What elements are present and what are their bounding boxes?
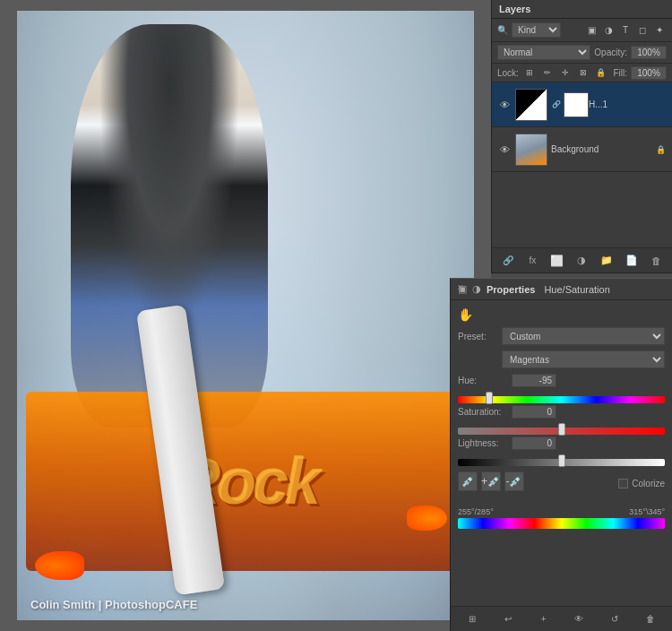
preset-label: Preset: xyxy=(458,332,498,341)
lightness-label: Lightness: xyxy=(458,438,512,448)
layers-filter-icons: ▣ ◑ T ◻ ✦ xyxy=(564,23,667,38)
hue-input[interactable] xyxy=(512,374,556,387)
colorize-label: Colorize xyxy=(632,479,665,488)
canvas-image: Rock Colin Smith | PhotoshopCAFE xyxy=(17,11,474,620)
spectrum-bar xyxy=(458,518,665,529)
fill-input[interactable] xyxy=(631,66,667,80)
lock-label: Lock: xyxy=(497,68,519,78)
spectrum-bar-container[interactable] xyxy=(458,518,665,536)
properties-footer: ⊞ ↩ + 👁 ↺ 🗑 xyxy=(451,606,672,631)
eyedropper-button[interactable]: 💉 xyxy=(458,471,478,491)
layers-panel-header: Layers xyxy=(492,0,672,19)
preset-select[interactable]: Custom xyxy=(502,327,665,345)
goldfish-1 xyxy=(35,551,84,580)
layer-link-icon-1[interactable]: 🔗 xyxy=(551,100,562,108)
colorize-row: Colorize xyxy=(618,479,665,488)
opacity-input[interactable] xyxy=(631,46,667,59)
hand-tool-icon[interactable]: ✋ xyxy=(458,307,473,322)
layer-thumb-container-1 xyxy=(515,89,547,121)
spectrum-right-label: 315°\345° xyxy=(629,507,665,516)
layer-thumb-2 xyxy=(515,134,547,166)
layer-effects-icon[interactable]: fx xyxy=(523,252,541,270)
saturation-row: Saturation: xyxy=(458,405,665,419)
channel-row: Magentas xyxy=(458,350,665,368)
text-filter-icon[interactable]: T xyxy=(618,23,633,38)
adjustment-filter-icon[interactable]: ◑ xyxy=(601,23,616,38)
eyedropper-tools-row: 💉 +💉 -💉 xyxy=(458,471,524,491)
layers-footer: 🔗 fx ⬜ ◑ 📁 📄 🗑 xyxy=(492,247,672,272)
lock-all-icon[interactable]: 🔒 xyxy=(594,65,608,80)
layer-lock-icon-2: 🔒 xyxy=(656,145,667,154)
rock-text-block: Rock xyxy=(26,392,465,571)
layer-name-2: Background xyxy=(551,144,656,154)
prev-frame-icon[interactable]: ↩ xyxy=(499,610,517,628)
first-frame-icon[interactable]: ⊞ xyxy=(463,610,481,628)
lightness-slider-container[interactable] xyxy=(458,455,665,466)
new-snapshot-icon[interactable]: + xyxy=(535,610,553,628)
shape-filter-icon[interactable]: ◻ xyxy=(635,23,650,38)
lock-pixels-icon[interactable]: ✏ xyxy=(540,65,555,80)
colorize-checkbox[interactable] xyxy=(618,479,628,488)
saturation-input[interactable] xyxy=(512,405,556,419)
layers-panel: Layers 🔍 Kind ▣ ◑ T ◻ ✦ Normal Opacity: … xyxy=(491,0,672,273)
visibility-toggle-icon[interactable]: 👁 xyxy=(570,610,588,628)
layer-item-background[interactable]: 👁 Background 🔒 xyxy=(492,127,672,172)
spectrum-left-label: 255°/285° xyxy=(458,507,494,516)
add-mask-icon[interactable]: ⬜ xyxy=(548,252,566,270)
properties-panel: ✕ ▣ ◑ Properties Hue/Saturation ✋ Preset… xyxy=(450,278,672,631)
new-layer-icon[interactable]: 📄 xyxy=(623,252,641,270)
channel-select[interactable]: Magentas xyxy=(502,350,665,368)
blend-mode-select[interactable]: Normal xyxy=(497,45,590,60)
lock-transparent-icon[interactable]: ⊞ xyxy=(522,65,537,80)
hue-slider-container[interactable] xyxy=(458,393,665,403)
lock-position-icon[interactable]: ✛ xyxy=(558,65,573,80)
blend-mode-row: Normal Opacity: xyxy=(492,42,672,64)
spectrum-range-labels: 255°/285° 315°\345° xyxy=(458,507,665,516)
layer-thumb-1 xyxy=(515,89,547,121)
pixel-filter-icon[interactable]: ▣ xyxy=(584,23,599,38)
new-group-icon[interactable]: 📁 xyxy=(598,252,616,270)
properties-panel-header: ▣ ◑ Properties Hue/Saturation xyxy=(451,279,672,300)
opacity-label: Opacity: xyxy=(594,48,627,57)
link-layers-icon[interactable]: 🔗 xyxy=(499,252,517,270)
lightness-row: Lightness: xyxy=(458,437,665,450)
layer-thumb-container-2 xyxy=(515,134,547,166)
canvas-area: Rock Colin Smith | PhotoshopCAFE xyxy=(0,0,491,631)
delete-layer-icon[interactable]: 🗑 xyxy=(647,252,665,270)
delete-adjustment-icon[interactable]: 🗑 xyxy=(642,610,659,628)
eyedropper-add-button[interactable]: +💉 xyxy=(481,471,501,491)
smart-filter-icon[interactable]: ✦ xyxy=(652,23,667,38)
saturation-label: Saturation: xyxy=(458,407,512,417)
reset-icon[interactable]: ↺ xyxy=(606,610,624,628)
layer-name-1: H...1 xyxy=(589,99,667,109)
watermark-text: Colin Smith | PhotoshopCAFE xyxy=(30,598,197,611)
lightness-input[interactable] xyxy=(512,437,556,450)
layers-kind-select[interactable]: Kind xyxy=(512,22,561,38)
lock-icons-group: ⊞ ✏ ✛ ⊠ 🔒 xyxy=(522,65,610,80)
new-adjustment-icon[interactable]: ◑ xyxy=(573,252,590,270)
layers-filter-row: 🔍 Kind ▣ ◑ T ◻ ✦ xyxy=(492,19,672,42)
saturation-slider-container[interactable] xyxy=(458,424,665,435)
layer-item-adjustment[interactable]: 👁 🔗 H...1 xyxy=(492,82,672,127)
layer-mask-thumb-1 xyxy=(564,92,589,117)
properties-icon-2: ◑ xyxy=(472,283,481,295)
properties-content: ✋ Preset: Custom Magentas Hue: Saturatio… xyxy=(451,300,672,504)
properties-close-button[interactable]: ✕ xyxy=(456,283,465,292)
eyedropper-remove-button[interactable]: -💉 xyxy=(504,471,524,491)
hue-label: Hue: xyxy=(458,376,512,385)
spectrum-section: 255°/285° 315°\345° xyxy=(451,507,672,536)
lock-artboard-icon[interactable]: ⊠ xyxy=(576,65,590,80)
hue-row: Hue: xyxy=(458,374,665,387)
hand-tool-row: ✋ xyxy=(458,307,665,322)
fill-label: Fill: xyxy=(613,68,627,78)
hue-slider-thumb[interactable] xyxy=(486,392,493,404)
lock-fill-row: Lock: ⊞ ✏ ✛ ⊠ 🔒 Fill: xyxy=(492,64,672,82)
layer-visibility-toggle-1[interactable]: 👁 xyxy=(497,98,512,112)
properties-title: Properties xyxy=(487,284,535,295)
layers-panel-title: Layers xyxy=(499,4,530,14)
layer-visibility-toggle-2[interactable]: 👁 xyxy=(497,143,512,157)
properties-subtitle: Hue/Saturation xyxy=(544,284,609,295)
goldfish-2 xyxy=(407,506,447,531)
lightness-slider-thumb[interactable] xyxy=(558,454,565,467)
saturation-slider-thumb[interactable] xyxy=(558,423,565,436)
